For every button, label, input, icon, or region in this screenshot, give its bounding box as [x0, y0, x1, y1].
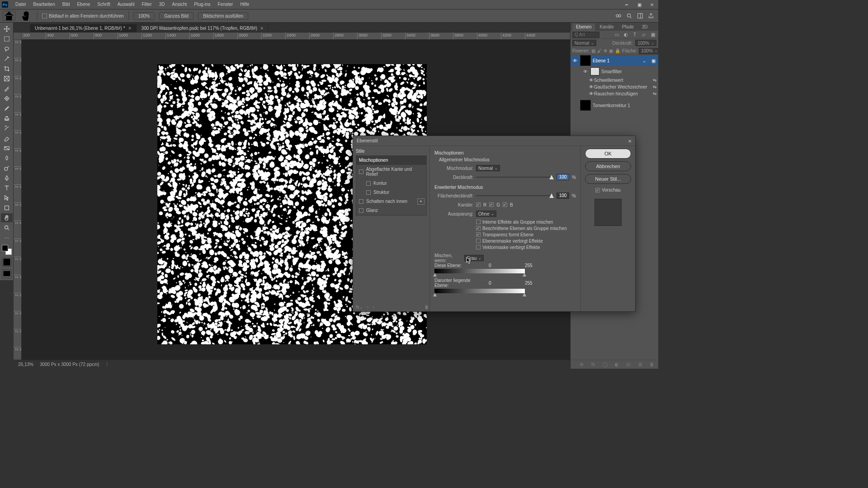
hand-tool-icon[interactable] [20, 11, 33, 21]
lock-artboard-icon[interactable]: ▣ [609, 47, 613, 55]
menu-datei[interactable]: Datei [12, 0, 29, 9]
panel-tab-3d[interactable]: 3D [638, 23, 651, 31]
status-chevron-icon[interactable]: 〉 [106, 361, 110, 368]
delete-layer-icon[interactable]: 🗑 [648, 361, 656, 368]
move-tool-icon[interactable] [1, 24, 13, 33]
channel-g-checkbox[interactable] [489, 202, 494, 207]
channel-b-checkbox[interactable] [503, 202, 507, 207]
new-group-icon[interactable]: 🗀 [625, 361, 632, 368]
document-tab[interactable]: 300 DPI Wassertropfen.psdc bei 117% (Tro… [137, 24, 269, 32]
search-icon[interactable] [626, 12, 633, 19]
eraser-tool-icon[interactable] [1, 134, 13, 143]
toolbar-more-icon[interactable]: ⋯ [1, 233, 13, 242]
filter-entry[interactable]: 👁Schwellenwert⇆ [571, 77, 658, 84]
lock-pixels-icon[interactable]: ▦ [591, 47, 595, 55]
fillopacity-value-field[interactable]: 100 [557, 192, 569, 199]
panel-tab-ebenen[interactable]: Ebenen [572, 23, 595, 31]
blendmode-dropdown[interactable]: Normal⌄ [476, 165, 500, 171]
panel-tab-kanäle[interactable]: Kanäle [596, 23, 617, 31]
menu-3d[interactable]: 3D [156, 0, 169, 9]
cb-layermask-hides[interactable] [476, 239, 481, 243]
quickmask-icon[interactable] [2, 258, 12, 267]
filter-smart-icon[interactable]: ▦ [649, 31, 656, 38]
type-tool-icon[interactable] [1, 183, 13, 192]
menu-bild[interactable]: Bild [59, 0, 74, 9]
style-item[interactable]: Kontur [356, 179, 426, 188]
filter-visibility-icon[interactable]: 👁 [589, 91, 594, 96]
filter-entry[interactable]: 👁Gaußscher Weichzeichner⇆ [571, 84, 658, 90]
layer-style-dialog[interactable]: Ebenenstil ✕ Stile MischoptionenAbgeflac… [353, 136, 636, 312]
filter-entry[interactable]: 👁Rauschen hinzufügen⇆ [571, 90, 658, 97]
pen-tool-icon[interactable] [1, 174, 13, 183]
dialog-close-icon[interactable]: ✕ [626, 137, 633, 145]
opacity-slider[interactable] [476, 174, 554, 180]
brush-tool-icon[interactable] [1, 104, 13, 113]
style-item[interactable]: Mischoptionen [356, 156, 426, 165]
healing-tool-icon[interactable] [1, 94, 13, 103]
style-item[interactable]: Abgeflachte Kante und Relief [356, 165, 426, 179]
layer-mask-icon[interactable]: ◯ [601, 361, 609, 368]
stamp-tool-icon[interactable] [1, 114, 13, 123]
layer-fx-icon[interactable]: fx [590, 361, 597, 368]
lock-move-icon[interactable]: ✥ [604, 47, 607, 55]
new-style-button[interactable]: Neuer Stil... [585, 174, 631, 184]
cb-transparency-shapes[interactable] [476, 232, 481, 237]
filter-adjust-icon[interactable]: ◐ [622, 31, 629, 38]
share-icon[interactable] [647, 12, 655, 19]
preview-checkbox[interactable]: Vorschau [595, 188, 621, 192]
cb-clipped-layers[interactable] [476, 226, 481, 230]
fill-screen-button[interactable]: Bildschirm ausfüllen [198, 12, 248, 20]
style-item[interactable]: Glanz [356, 206, 426, 215]
lasso-tool-icon[interactable] [1, 44, 13, 53]
menu-auswahl[interactable]: Auswahl [114, 0, 138, 9]
layer-thumbnail[interactable] [580, 55, 591, 66]
style-enable-checkbox[interactable] [359, 208, 363, 213]
history-brush-icon[interactable] [1, 124, 13, 133]
knockout-dropdown[interactable]: Ohne⌄ [476, 211, 496, 217]
layer-collapse-icon[interactable]: ⌄ [641, 57, 648, 64]
close-icon[interactable]: ✕ [646, 0, 658, 9]
crop-tool-icon[interactable] [1, 64, 13, 73]
filter-type-icon[interactable]: T [631, 31, 638, 38]
style-enable-checkbox[interactable] [366, 190, 371, 195]
layer-fill-field[interactable]: 100%⌄ [639, 48, 658, 54]
filter-shape-icon[interactable]: ▱ [640, 31, 647, 38]
color-swatches[interactable] [2, 245, 12, 255]
style-down-icon[interactable]: ↓ [373, 305, 375, 310]
filter-settings-icon[interactable]: ⇆ [651, 84, 658, 91]
hand-tool-sel-icon[interactable] [1, 213, 13, 222]
home-icon[interactable] [3, 11, 15, 21]
minimize-icon[interactable]: ━ [620, 0, 633, 9]
style-up-icon[interactable]: ↑ [367, 305, 369, 310]
filter-visibility-icon[interactable]: 👁 [582, 69, 589, 74]
layer-row[interactable]: 👁Ebene 1⌄▣ [571, 55, 658, 66]
menu-ansicht[interactable]: Ansicht [169, 0, 191, 9]
style-item[interactable]: Schatten nach innen+ [356, 197, 426, 206]
screenmode-icon[interactable] [2, 269, 12, 278]
ok-button[interactable]: OK [585, 149, 631, 159]
new-layer-icon[interactable]: ⊞ [637, 361, 644, 368]
menu-hilfe[interactable]: Hilfe [236, 0, 253, 9]
fillopacity-slider[interactable] [476, 193, 554, 198]
style-item[interactable]: Struktur [356, 188, 426, 197]
lock-all-icon[interactable]: 🔒 [615, 47, 620, 55]
eyedropper-tool-icon[interactable] [1, 84, 13, 93]
menu-bearbeiten[interactable]: Bearbeiten [29, 0, 58, 9]
style-delete-icon[interactable]: 🗑 [425, 305, 429, 310]
dodge-tool-icon[interactable] [1, 164, 13, 173]
status-zoom[interactable]: 26,13% [18, 362, 33, 367]
panel-tab-pfade[interactable]: Pfade [618, 23, 637, 31]
filter-settings-icon[interactable]: ⇆ [651, 90, 658, 98]
wand-tool-icon[interactable] [1, 54, 13, 63]
lock-paint-icon[interactable]: 🖌 [597, 47, 602, 55]
style-enable-checkbox[interactable] [359, 169, 363, 174]
layer-row[interactable]: Tonwertkorrektur 1 [571, 100, 658, 111]
frame-tool-icon[interactable] [1, 74, 13, 83]
path-select-icon[interactable] [1, 193, 13, 202]
filter-image-icon[interactable]: ▭ [613, 31, 620, 38]
blendif-dropdown[interactable]: Grau⌄ [464, 255, 484, 261]
blur-tool-icon[interactable] [1, 154, 13, 163]
scroll-all-windows-checkbox[interactable]: Bildlauf in allen Fenstern durchführen [42, 14, 124, 19]
smartfilter-row[interactable]: 👁Smartfilter [571, 66, 658, 77]
cloud-search-icon[interactable] [615, 12, 622, 19]
